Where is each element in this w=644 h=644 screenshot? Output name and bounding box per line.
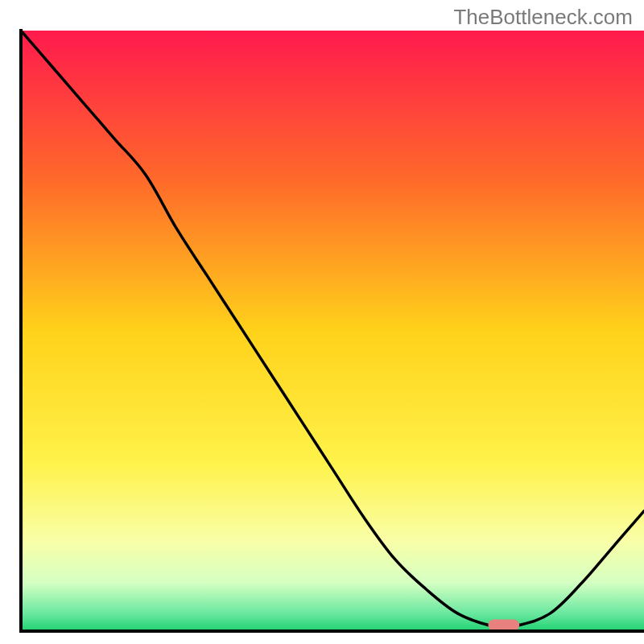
optimal-marker [489, 620, 520, 631]
gradient-background [21, 31, 644, 631]
bottleneck-chart [0, 0, 644, 644]
chart-container: TheBottleneck.com [0, 0, 644, 644]
watermark-text: TheBottleneck.com [453, 5, 633, 30]
plot-area [21, 31, 644, 631]
